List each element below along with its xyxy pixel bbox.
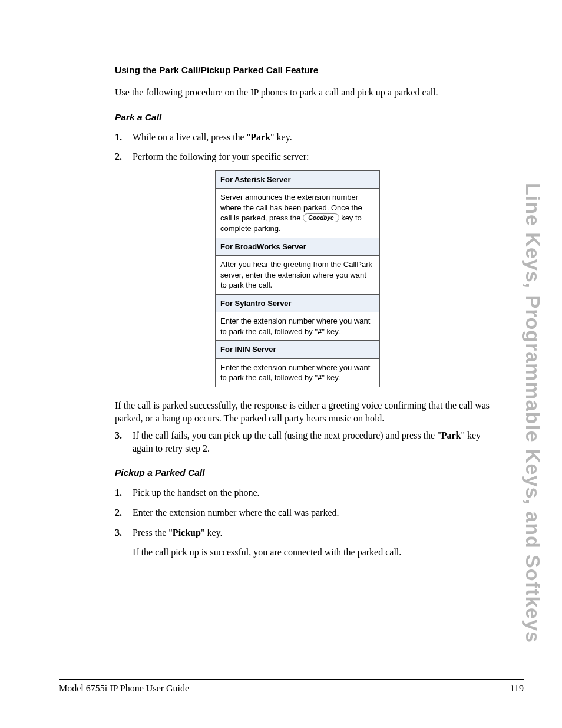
text: " key. (322, 373, 340, 382)
park-steps-cont: If the call fails, you can pick up the c… (115, 429, 503, 454)
text: While on a live call, press the " (133, 132, 250, 142)
pickup-step-3: Press the "Pickup" key. (115, 526, 503, 539)
sylantro-cell: Enter the extension number where you wan… (216, 312, 380, 341)
footer-left: Model 6755i IP Phone User Guide (59, 683, 189, 694)
asterisk-header: For Asterisk Server (216, 170, 380, 189)
broadworks-header: For BroadWorks Server (216, 238, 380, 256)
sylantro-header: For Sylantro Server (216, 294, 380, 312)
pickup-heading: Pickup a Parked Call (115, 467, 503, 478)
park-step-3: If the call fails, you can pick up the c… (115, 429, 503, 454)
server-table-wrap: For Asterisk Server Server announces the… (215, 170, 503, 387)
inin-header: For ININ Server (216, 341, 380, 359)
page: Line Keys, Programmable Keys, and Softke… (0, 0, 562, 728)
pickup-step-2: Enter the extension number where the cal… (115, 506, 503, 519)
park-step-2: Perform the following for your specific … (115, 150, 503, 163)
park-key-name: Park (441, 430, 461, 440)
broadworks-cell: After you hear the greeting from the Cal… (216, 256, 380, 295)
section-heading: Using the Park Call/Pickup Parked Call F… (115, 65, 503, 75)
inin-cell: Enter the extension number where you wan… (216, 358, 380, 387)
pickup-step-1: Pick up the handset on the phone. (115, 486, 503, 499)
text: " key. (201, 528, 223, 538)
asterisk-cell: Server announces the extension number wh… (216, 189, 380, 238)
text: Enter the extension number where you wan… (220, 363, 370, 383)
park-steps: While on a live call, press the "Park" k… (115, 131, 503, 163)
goodbye-key-icon: Goodbye (303, 213, 339, 222)
text: " key. (322, 327, 340, 336)
chapter-side-title: Line Keys, Programmable Keys, and Softke… (521, 183, 544, 643)
park-result-paragraph: If the call is parked successfully, the … (115, 399, 503, 424)
text: If the call fails, you can pick up the c… (133, 430, 441, 440)
server-table: For Asterisk Server Server announces the… (215, 170, 380, 387)
park-step-1: While on a live call, press the "Park" k… (115, 131, 503, 144)
text: Press the " (133, 528, 173, 538)
page-footer: Model 6755i IP Phone User Guide 119 (59, 679, 524, 694)
pickup-steps: Pick up the handset on the phone. Enter … (115, 486, 503, 539)
intro-paragraph: Use the following procedure on the IP ph… (115, 86, 503, 99)
park-key-name: Park (250, 132, 270, 142)
text: Enter the extension number where you wan… (220, 317, 370, 336)
pickup-key-name: Pickup (173, 528, 201, 538)
text: " key. (270, 132, 292, 142)
park-heading: Park a Call (115, 112, 503, 123)
footer-page-number: 119 (510, 683, 524, 694)
pickup-result-paragraph: If the call pick up is successful, you a… (115, 546, 503, 559)
